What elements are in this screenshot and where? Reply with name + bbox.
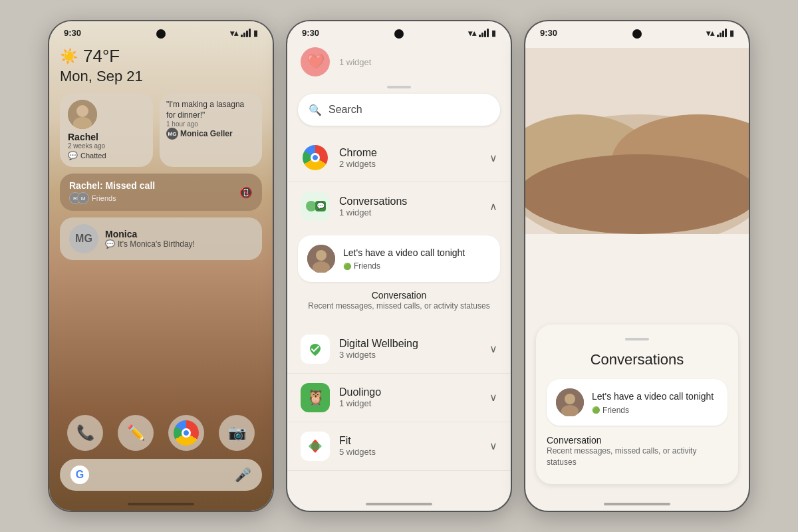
sheet-handle bbox=[387, 86, 411, 88]
conversations-app-name: Conversations bbox=[339, 196, 480, 207]
conversations-icon-container: 💬 bbox=[301, 192, 330, 221]
monica-msg-text: "I'm making a lasagna for dinner!" bbox=[166, 100, 255, 120]
status-icons-2: ▾▴ ▮ bbox=[468, 29, 496, 38]
weather-date: Mon, Sep 21 bbox=[60, 68, 262, 85]
chrome-chevron-icon: ∨ bbox=[489, 152, 497, 164]
duolingo-widget-count: 1 widget bbox=[339, 398, 480, 408]
monica-msg-name: MG Monica Geller bbox=[166, 128, 255, 140]
fit-icon bbox=[301, 432, 330, 461]
google-search-bar[interactable]: G 🎤 bbox=[60, 459, 262, 491]
conversations-preview-msg: Let's have a video call tonight bbox=[343, 247, 491, 259]
wifi-icon-3: ▾▴ bbox=[706, 29, 714, 38]
missed-call-icon: 📵 bbox=[239, 186, 253, 199]
group-av-2: M bbox=[77, 192, 89, 204]
conversations-preview-name: 🟢 Friends bbox=[343, 261, 491, 271]
phone-app-icon[interactable]: 📞 bbox=[67, 415, 103, 451]
phone3-desc: Conversation Recent messages, missed cal… bbox=[547, 432, 728, 471]
search-icon: 🔍 bbox=[309, 104, 322, 116]
monica-message-bubble[interactable]: "I'm making a lasagna for dinner!" 1 hou… bbox=[160, 93, 262, 167]
phone-3: 9:30 ▾▴ ▮ Conversations bbox=[524, 20, 750, 512]
weather-icon: ☀️ bbox=[60, 48, 78, 65]
conversations-expanded: Let's have a video call tonight 🟢 Friend… bbox=[287, 230, 511, 325]
google-g-logo: G bbox=[70, 466, 89, 484]
time-1: 9:30 bbox=[64, 28, 81, 38]
conversations-widget-count: 1 widget bbox=[339, 207, 480, 217]
conversations-list-item[interactable]: 💬 Conversations 1 widget ∧ bbox=[287, 182, 511, 230]
chrome-app-name: Chrome bbox=[339, 147, 480, 159]
monica2-msg: 💬 It's Monica's Birthday! bbox=[105, 239, 195, 249]
wellbeing-list-item[interactable]: Digital Wellbeing 3 widgets ∨ bbox=[287, 325, 511, 374]
phone3-preview-name: 🟢 Friends bbox=[592, 406, 718, 415]
missed-call-bubble[interactable]: Rachel: Missed call R M Friends 📵 bbox=[60, 174, 262, 211]
monica-msg-time: 1 hour ago bbox=[166, 120, 255, 128]
wifi-icon-2: ▾▴ bbox=[468, 29, 476, 38]
signal-2 bbox=[479, 29, 489, 37]
status-bar-2: 9:30 ▾▴ ▮ bbox=[287, 21, 511, 41]
messenger-icon: 💬 bbox=[68, 151, 78, 160]
wellbeing-chevron-icon: ∨ bbox=[489, 342, 497, 355]
conversations-app-info: Conversations 1 widget bbox=[339, 196, 480, 217]
time-2: 9:30 bbox=[302, 28, 319, 38]
rachel-name: Rachel bbox=[68, 132, 98, 142]
dock-icons: 📞 ✏️ 📷 bbox=[60, 415, 262, 451]
chrome-icon bbox=[303, 145, 328, 170]
duolingo-app-info: Duolingo 1 widget bbox=[339, 386, 480, 408]
monica-msg-content: "I'm making a lasagna for dinner!" 1 hou… bbox=[166, 100, 255, 140]
search-bar[interactable]: 🔍 Search bbox=[298, 94, 500, 126]
rachel-time: 2 weeks ago bbox=[68, 142, 105, 150]
chrome-icon-center bbox=[311, 153, 320, 162]
monica-bday-info: Monica 💬 It's Monica's Birthday! bbox=[105, 229, 195, 249]
status-icons-1: ▾▴ ▮ bbox=[230, 29, 258, 38]
phone3-widget-preview[interactable]: Let's have a video call tonight 🟢 Friend… bbox=[547, 379, 728, 426]
partial-app-icon: ❤️ bbox=[301, 47, 330, 76]
weather-temp: ☀️ 74°F bbox=[60, 46, 262, 66]
chrome-center-dock bbox=[182, 428, 191, 438]
svg-text:💬: 💬 bbox=[317, 201, 325, 210]
fit-app-name: Fit bbox=[339, 435, 480, 447]
home-indicator-1 bbox=[128, 503, 194, 505]
phone3-status-dot: 🟢 bbox=[592, 406, 600, 414]
phone3-preview-msg: Let's have a video call tonight bbox=[592, 390, 718, 402]
chrome-list-item[interactable]: Chrome 2 widgets ∨ bbox=[287, 134, 511, 182]
messenger-icon-2: 💬 bbox=[105, 239, 115, 249]
battery-icon-3: ▮ bbox=[730, 29, 734, 38]
svg-point-8 bbox=[316, 250, 327, 261]
monica-birthday-bubble[interactable]: MG Monica 💬 It's Monica's Birthday! bbox=[60, 217, 262, 260]
phone3-desc-title: Conversation bbox=[547, 435, 728, 446]
mic-icon[interactable]: 🎤 bbox=[235, 467, 251, 483]
phone2-scroll[interactable]: ❤️ 1 widget 🔍 Search Chrome 2 widgets ∨ bbox=[287, 41, 511, 503]
time-3: 9:30 bbox=[540, 28, 557, 38]
status-icons-3: ▾▴ ▮ bbox=[706, 29, 734, 38]
conversations-widget-preview[interactable]: Let's have a video call tonight 🟢 Friend… bbox=[298, 235, 500, 282]
pen-app-icon[interactable]: ✏️ bbox=[118, 415, 154, 451]
chrome-app-info: Chrome 2 widgets bbox=[339, 147, 480, 169]
phone3-preview-text: Let's have a video call tonight 🟢 Friend… bbox=[592, 390, 718, 414]
battery-icon-1: ▮ bbox=[253, 29, 258, 38]
camera-app-icon[interactable]: 📷 bbox=[219, 415, 255, 451]
missed-call-group: R M Friends bbox=[69, 192, 155, 204]
fit-app-info: Fit 5 widgets bbox=[339, 435, 480, 457]
svg-point-4 bbox=[306, 201, 317, 211]
phone3-background bbox=[525, 48, 749, 234]
status-dot: 🟢 bbox=[343, 263, 351, 270]
phone1-content: ☀️ 74°F Mon, Sep 21 Rachel 2 weeks ago bbox=[49, 41, 273, 260]
conversations-widget-title: Conversation bbox=[298, 290, 500, 301]
rachel-bubble[interactable]: Rachel 2 weeks ago 💬 Chatted bbox=[60, 93, 153, 167]
fit-list-item[interactable]: Fit 5 widgets ∨ bbox=[287, 422, 511, 471]
conversations-chevron-icon: ∧ bbox=[489, 200, 497, 213]
conversations-widget-desc: Conversation Recent messages, missed cal… bbox=[298, 287, 500, 317]
wellbeing-app-info: Digital Wellbeing 3 widgets bbox=[339, 338, 480, 360]
conversations-preview-avatar bbox=[307, 245, 335, 273]
fit-chevron-icon: ∨ bbox=[489, 440, 497, 452]
camera-dot-2 bbox=[394, 29, 404, 39]
chrome-app-icon-dock[interactable] bbox=[168, 415, 204, 451]
chrome-widget-count: 2 widgets bbox=[339, 159, 480, 169]
wellbeing-icon bbox=[301, 334, 330, 364]
phone1-dock: 📞 ✏️ 📷 G 🎤 bbox=[49, 415, 273, 491]
svg-point-17 bbox=[565, 394, 575, 404]
phone-2: 9:30 ▾▴ ▮ ❤️ 1 widget 🔍 Search bbox=[286, 20, 512, 512]
duolingo-list-item[interactable]: 🦉 Duolingo 1 widget ∨ bbox=[287, 374, 511, 422]
camera-dot-1 bbox=[156, 29, 166, 39]
fit-widget-count: 5 widgets bbox=[339, 447, 480, 457]
signal-1 bbox=[241, 29, 251, 37]
